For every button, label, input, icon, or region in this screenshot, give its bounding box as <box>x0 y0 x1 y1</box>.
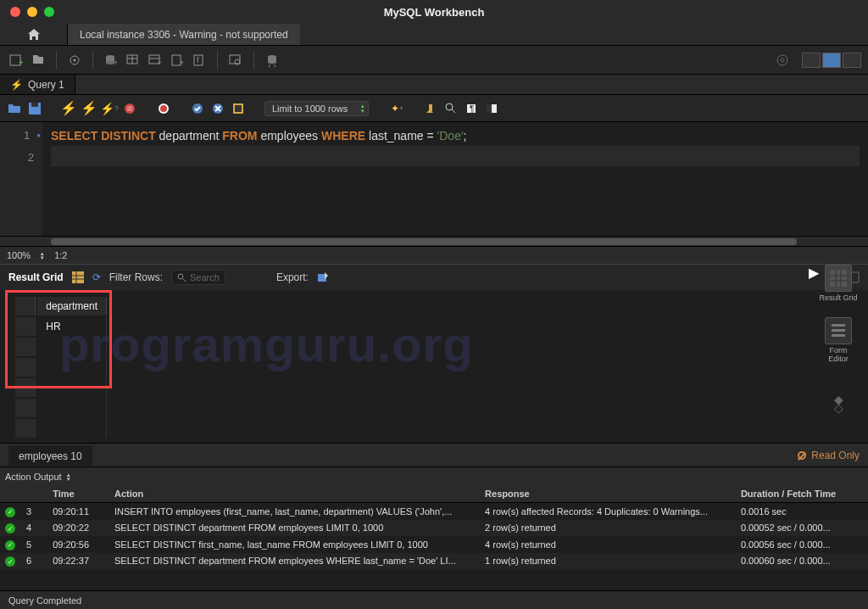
svg-rect-24 <box>31 103 38 107</box>
svg-text:+: + <box>19 58 23 67</box>
create-table-icon[interactable] <box>124 51 142 70</box>
snippet-icon[interactable] <box>484 101 499 116</box>
svg-text:+: + <box>180 59 184 67</box>
toggle-left-panel[interactable] <box>802 53 821 68</box>
cursor-position: 1:2 <box>54 250 67 260</box>
filter-label: Filter Rows: <box>109 271 163 283</box>
readonly-icon <box>798 451 806 460</box>
svg-point-34 <box>446 103 453 110</box>
save-file-icon[interactable] <box>27 101 42 116</box>
svg-text:+: + <box>158 59 162 67</box>
connection-tab-strip: Local instance 3306 - Warning - not supp… <box>0 24 868 46</box>
maximize-window-button[interactable] <box>44 7 54 17</box>
grid-view-icon[interactable] <box>72 271 84 283</box>
output-type-stepper[interactable]: ▴▾ <box>67 472 70 481</box>
query-tabs: ⚡ Query 1 <box>0 75 868 95</box>
result-grid-view-button[interactable]: Result Grid <box>819 265 857 302</box>
search-table-data-icon[interactable] <box>226 51 245 70</box>
watermark-text: programguru.org <box>59 316 474 372</box>
create-schema-icon[interactable]: + <box>102 51 120 70</box>
status-ok-icon: ✓ <box>5 540 15 550</box>
result-grid-label: Result Grid <box>8 271 64 283</box>
svg-line-45 <box>183 279 186 282</box>
minimize-window-button[interactable] <box>27 7 37 17</box>
settings-icon[interactable] <box>773 51 792 70</box>
svg-point-44 <box>178 274 183 279</box>
expand-arrow-icon[interactable]: ▶ <box>809 265 819 281</box>
titlebar: MySQL Workbench <box>0 0 868 24</box>
status-text: Query Completed <box>8 595 81 606</box>
refresh-icon[interactable]: ⟳ <box>92 271 101 283</box>
log-row[interactable]: ✓509:20:56SELECT DISTINCT first_name, la… <box>0 536 868 553</box>
commit-icon[interactable] <box>190 101 205 116</box>
wrap-icon[interactable]: ¶ <box>464 101 479 116</box>
stop-icon[interactable] <box>122 101 137 116</box>
editor-toolbar: ⚡ ⚡ ⚡? Limit to 1000 rows ▴▾ ✦+ ¶ <box>0 95 868 122</box>
export-icon[interactable] <box>317 271 329 283</box>
open-sql-file-icon[interactable] <box>29 51 47 70</box>
svg-point-3 <box>74 59 76 61</box>
close-window-button[interactable] <box>10 7 20 17</box>
log-row[interactable]: ✓309:20:11INSERT INTO employees (first_n… <box>0 503 868 520</box>
scroll-arrows[interactable]: ◆◇ <box>834 395 843 412</box>
limit-label: Limit to 1000 rows <box>272 103 348 114</box>
readonly-indicator: Read Only <box>798 450 860 461</box>
open-file-icon[interactable] <box>7 101 22 116</box>
new-sql-tab-icon[interactable]: + <box>7 51 25 70</box>
explain-icon[interactable]: ⚡? <box>102 101 117 116</box>
invisible-chars-icon[interactable] <box>443 101 459 116</box>
editor-hscroll[interactable] <box>0 236 868 246</box>
svg-rect-33 <box>429 104 432 111</box>
stop-on-error-icon[interactable] <box>156 101 171 116</box>
create-procedure-icon[interactable]: + <box>168 51 186 70</box>
zoom-stepper[interactable]: ▴▾ <box>41 251 44 260</box>
connection-tab[interactable]: Local instance 3306 - Warning - not supp… <box>68 24 300 45</box>
home-icon <box>27 28 41 42</box>
query-tab-label: Query 1 <box>28 79 64 91</box>
app-title: MySQL Workbench <box>384 6 485 19</box>
home-tab[interactable] <box>0 24 68 45</box>
log-header-response[interactable]: Response <box>480 485 736 503</box>
autocommit-icon[interactable] <box>231 101 246 116</box>
editor-status-bar: 100% ▴▾ 1:2 <box>0 246 868 265</box>
toggle-bottom-panel[interactable] <box>822 53 841 68</box>
svg-text:¶: ¶ <box>470 104 474 114</box>
output-type-select[interactable]: Action Output <box>5 472 62 482</box>
status-ok-icon: ✓ <box>5 523 15 534</box>
rollback-icon[interactable] <box>210 101 225 116</box>
main-toolbar: + + + + f <box>0 46 868 75</box>
log-header-action[interactable]: Action <box>109 485 480 503</box>
svg-rect-26 <box>127 106 132 111</box>
svg-point-21 <box>777 55 787 65</box>
execute-icon[interactable]: ⚡ <box>61 101 76 116</box>
create-function-icon[interactable]: f <box>190 51 209 70</box>
create-view-icon[interactable]: + <box>146 51 164 70</box>
limit-select[interactable]: Limit to 1000 rows ▴▾ <box>264 101 369 116</box>
log-row[interactable]: ✓409:20:22SELECT DISTINCT department FRO… <box>0 520 868 537</box>
svg-rect-54 <box>832 329 845 332</box>
schema-inspector-icon[interactable] <box>65 51 84 70</box>
reconnect-icon[interactable] <box>263 51 281 70</box>
column-header-department[interactable]: department <box>37 297 107 316</box>
sql-editor[interactable]: 1 2 SELECT DISTINCT department FROM empl… <box>0 122 868 236</box>
filter-search-input[interactable]: Search <box>171 270 225 285</box>
find-icon[interactable] <box>423 101 438 116</box>
log-row[interactable]: ✓609:22:37SELECT DISTINCT department FRO… <box>0 553 868 570</box>
svg-text:+: + <box>114 59 118 67</box>
log-header-duration[interactable]: Duration / Fetch Time <box>736 485 868 503</box>
svg-rect-39 <box>487 104 492 113</box>
result-grid[interactable]: programguru.org department HR <box>0 290 817 443</box>
toggle-right-panel[interactable] <box>843 53 861 68</box>
result-tab[interactable]: employees 10 <box>8 445 92 466</box>
svg-rect-53 <box>832 324 845 327</box>
output-header: Action Output ▴▾ <box>0 467 868 485</box>
form-editor-view-button[interactable]: Form Editor <box>819 317 858 363</box>
cell-0-0[interactable]: HR <box>37 317 107 336</box>
execute-current-icon[interactable]: ⚡ <box>81 101 97 116</box>
log-header-time[interactable]: Time <box>47 485 109 503</box>
beautify-icon[interactable]: ✦+ <box>389 101 404 116</box>
status-ok-icon: ✓ <box>5 507 15 517</box>
svg-line-35 <box>452 109 455 113</box>
svg-point-28 <box>160 105 167 112</box>
query-tab[interactable]: ⚡ Query 1 <box>0 75 75 94</box>
